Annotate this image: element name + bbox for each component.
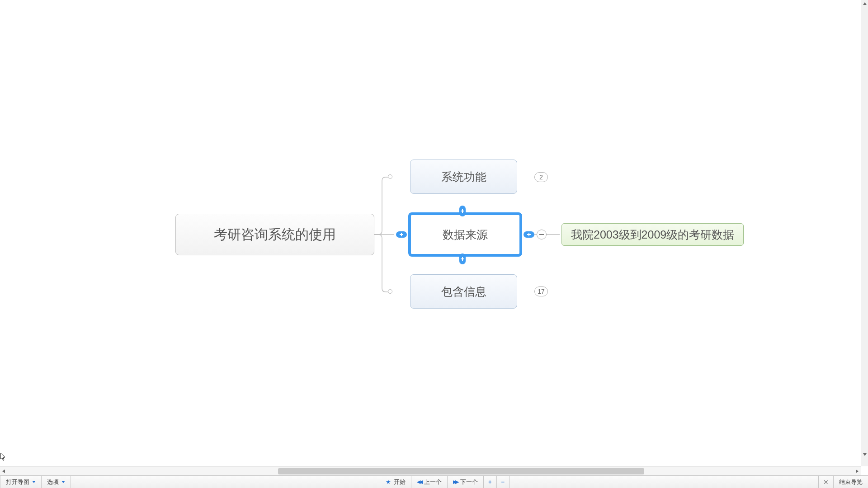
scroll-down-arrow[interactable] (861, 451, 868, 458)
child-node-datasrc[interactable]: 数据来源 (408, 212, 522, 257)
plus-icon: + (488, 479, 492, 485)
connector-dot (388, 289, 392, 294)
end-navigation-label: 结束导览 (839, 478, 863, 486)
connector-dot (388, 174, 392, 179)
collapse-toggle[interactable] (537, 230, 547, 239)
star-icon: ★ (386, 479, 391, 485)
start-button[interactable]: ★ 开始 (380, 476, 411, 488)
horizontal-scrollbar[interactable] (0, 466, 861, 475)
close-nav-button[interactable]: ✕ (818, 476, 834, 488)
zoom-in-button[interactable]: + (484, 476, 497, 488)
close-icon: ✕ (823, 479, 829, 486)
options-label: 选项 (47, 478, 59, 486)
add-sibling-right-handle[interactable] (524, 231, 534, 238)
root-node-label: 考研咨询系统的使用 (214, 225, 336, 244)
forward-icon: ▶▶ (453, 479, 458, 485)
child-node-label: 包含信息 (441, 284, 486, 299)
navigation-toolbar: 打开导图 选项 ★ 开始 ◀◀ 上一个 ▶▶ 下一个 + − ✕ (0, 475, 868, 488)
child-node-sysfunc[interactable]: 系统功能 (410, 160, 517, 194)
scroll-up-arrow[interactable] (861, 0, 868, 7)
child-node-contains[interactable]: 包含信息 (410, 274, 517, 309)
next-button[interactable]: ▶▶ 下一个 (448, 476, 484, 488)
scroll-right-arrow[interactable] (854, 468, 861, 475)
collapsed-count-badge[interactable]: 2 (534, 172, 548, 182)
zoom-out-button[interactable]: − (497, 476, 510, 488)
child-node-label: 数据来源 (443, 227, 488, 242)
horizontal-scroll-thumb[interactable] (278, 468, 644, 474)
collapsed-count-value: 2 (539, 174, 543, 181)
root-node[interactable]: 考研咨询系统的使用 (175, 214, 374, 255)
minus-icon: − (501, 479, 505, 485)
vertical-scrollbar[interactable] (861, 0, 868, 466)
prev-label: 上一个 (424, 478, 442, 486)
collapsed-count-badge[interactable]: 17 (534, 286, 548, 296)
mouse-cursor (0, 452, 6, 461)
dropdown-icon (61, 481, 65, 483)
start-label: 开始 (394, 478, 406, 486)
add-child-bottom-handle[interactable] (459, 253, 466, 264)
open-map-dropdown[interactable]: 打开导图 (0, 476, 42, 488)
options-dropdown[interactable]: 选项 (42, 476, 71, 488)
add-child-top-handle[interactable] (459, 206, 466, 216)
end-navigation-button[interactable]: 结束导览 (834, 476, 868, 488)
scroll-left-arrow[interactable] (0, 468, 7, 475)
child-node-label: 系统功能 (441, 169, 486, 184)
mindmap-canvas[interactable]: 考研咨询系统的使用 系统功能 2 数据来源 我院2003级到2009级的考研数据… (0, 0, 861, 466)
add-sibling-left-handle[interactable] (396, 231, 407, 238)
prev-button[interactable]: ◀◀ 上一个 (411, 476, 448, 488)
collapsed-count-value: 17 (538, 288, 545, 295)
rewind-icon: ◀◀ (417, 479, 421, 485)
dropdown-icon (32, 481, 36, 483)
open-map-label: 打开导图 (6, 478, 29, 486)
leaf-node-label: 我院2003级到2009级的考研数据 (571, 227, 734, 242)
leaf-node-data-range[interactable]: 我院2003级到2009级的考研数据 (561, 223, 744, 246)
next-label: 下一个 (460, 478, 478, 486)
